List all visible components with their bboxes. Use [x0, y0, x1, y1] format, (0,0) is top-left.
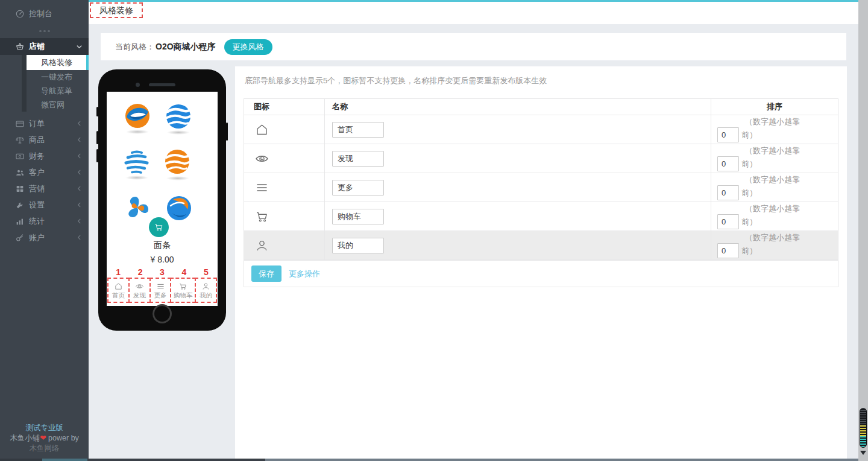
product-image-globe-6	[166, 195, 192, 221]
phone-nav-discover[interactable]: 发现	[128, 278, 151, 303]
sort-input[interactable]	[717, 156, 739, 171]
phone-camera-dot	[136, 83, 140, 87]
sort-input[interactable]	[717, 185, 739, 200]
sidebar-item-nav-menu[interactable]: 导航菜单	[27, 84, 89, 98]
sort-hint: （数字越小越靠	[717, 232, 832, 243]
phone-nav-home[interactable]: 首页	[107, 278, 130, 303]
cart-icon	[178, 282, 188, 291]
user-icon	[201, 282, 211, 291]
sidebar-item-account[interactable]: 账户	[0, 229, 89, 246]
eye-icon	[254, 151, 270, 166]
customers-icon	[15, 168, 25, 177]
panel-note: 底部导航最多支持显示5个，图标暂不支持更换，名称排序变更后需要重新发布版本生效	[235, 66, 847, 94]
name-input[interactable]	[332, 238, 384, 253]
name-input[interactable]	[332, 151, 384, 167]
sidebar-item-marketing[interactable]: 营销	[0, 180, 89, 197]
chevron-left-icon	[76, 120, 83, 127]
logo-shadow	[166, 176, 189, 180]
sidebar-item-label: 控制台	[29, 8, 83, 19]
phone-nav-cart[interactable]: 购物车	[170, 278, 196, 303]
home-icon	[254, 122, 270, 137]
sort-hint: （数字越小越靠	[717, 145, 832, 156]
product-image-globe-2	[165, 103, 192, 130]
phone-preview: 面条 ¥ 8.00 1 2 3 4 5 首页 发现	[98, 69, 226, 331]
scroll-down-arrow-icon[interactable]	[860, 451, 866, 455]
cart-icon	[254, 209, 270, 224]
phone-bottom-nav: 首页 发现 更多 购物车 我的	[107, 278, 217, 303]
table-row: （数字越小越靠 前）	[244, 173, 838, 202]
vertical-scrollbar[interactable]	[858, 0, 868, 461]
cart-icon	[154, 222, 164, 232]
sidebar-item-style-decoration[interactable]: 风格装修	[27, 55, 89, 70]
sidebar-item-statistics[interactable]: 统计	[0, 213, 89, 229]
menu-icon	[156, 282, 166, 291]
logo-shadow	[125, 176, 148, 180]
chevron-left-icon	[76, 136, 83, 143]
sidebar-item-customers[interactable]: 客户	[0, 164, 89, 180]
product-price: ¥ 8.00	[107, 255, 218, 264]
finance-icon	[15, 151, 25, 161]
sidebar-item-settings[interactable]: 设置	[0, 197, 89, 213]
phone-nav-mine[interactable]: 我的	[195, 278, 217, 303]
table-row: （数字越小越靠 前）	[244, 231, 838, 260]
goods-scale-icon	[15, 135, 25, 145]
sidebar-item-one-key-publish[interactable]: 一键发布	[27, 70, 89, 84]
product-name: 面条	[107, 240, 218, 251]
sort-input[interactable]	[717, 243, 739, 258]
save-button[interactable]: 保存	[251, 265, 281, 282]
shop-submenu: 风格装修 一键发布 导航菜单 微官网	[0, 55, 89, 112]
sidebar-item-orders[interactable]: 订单	[0, 115, 89, 132]
sort-input[interactable]	[717, 127, 739, 142]
sidebar-item-micro-site[interactable]: 微官网	[27, 98, 89, 112]
col-header-icon: 图标	[244, 99, 325, 115]
nav-table: 图标 名称 排序 （数字越小越靠 前） （数字越小越靠 前）	[244, 98, 838, 287]
table-row: （数字越小越靠 前）	[244, 144, 838, 173]
table-actions-row: 保存 更多操作	[244, 260, 838, 287]
more-actions-link[interactable]: 更多操作	[289, 269, 320, 279]
sidebar-item-shop[interactable]: 店铺	[0, 38, 89, 55]
sort-input[interactable]	[717, 214, 739, 229]
edition-link[interactable]: 测试专业版	[0, 423, 89, 433]
bar-chart-icon	[15, 217, 25, 226]
add-to-cart-fab[interactable]	[149, 217, 169, 237]
logo-shadow	[126, 130, 149, 134]
col-header-sort: 排序	[711, 99, 838, 115]
table-header-row: 图标 名称 排序	[244, 99, 838, 115]
product-image-globe-5	[124, 194, 151, 221]
product-image-globe-1	[124, 103, 151, 129]
chevron-left-icon	[76, 218, 83, 224]
name-input[interactable]	[332, 209, 384, 224]
chevron-left-icon	[76, 153, 83, 159]
sidebar-item-console[interactable]: 控制台	[0, 5, 89, 23]
chevron-left-icon	[76, 202, 83, 208]
scrollbar-thumb[interactable]	[860, 408, 867, 448]
current-style-label: 当前风格：	[115, 42, 154, 52]
current-style-value: O2O商城小程序	[156, 42, 216, 52]
table-row: （数字越小越靠 前）	[244, 202, 838, 231]
phone-speaker	[149, 83, 175, 86]
home-icon	[113, 282, 124, 291]
phone-home-button	[153, 304, 172, 323]
name-input[interactable]	[332, 180, 384, 196]
sort-hint: （数字越小越靠	[717, 203, 832, 214]
chevron-left-icon	[76, 234, 83, 241]
change-style-button[interactable]: 更换风格	[224, 39, 272, 55]
phone-volume-up-button	[96, 131, 98, 144]
shop-basket-icon	[15, 42, 25, 51]
powered-by: 木鱼小铺❤ power by	[0, 433, 89, 444]
dashboard-icon	[15, 9, 25, 19]
nav-config-panel: 底部导航最多支持显示5个，图标暂不支持更换，名称排序变更后需要重新发布版本生效 …	[235, 66, 847, 459]
sidebar-item-finance[interactable]: 财务	[0, 148, 89, 164]
sidebar-item-goods[interactable]: 商品	[0, 132, 89, 148]
logo-shadow	[167, 130, 190, 135]
phone-screen: 面条 ¥ 8.00 1 2 3 4 5 首页 发现	[107, 92, 218, 306]
col-header-name: 名称	[325, 99, 711, 115]
eye-icon	[134, 282, 145, 291]
name-input[interactable]	[332, 122, 384, 138]
order-icon	[15, 119, 25, 129]
company-name: 木鱼网络	[0, 444, 89, 454]
phone-nav-more[interactable]: 更多	[149, 278, 172, 303]
current-style-bar: 当前风格： O2O商城小程序 更换风格	[101, 33, 846, 60]
table-row: （数字越小越靠 前）	[244, 115, 838, 144]
key-icon	[15, 233, 25, 243]
